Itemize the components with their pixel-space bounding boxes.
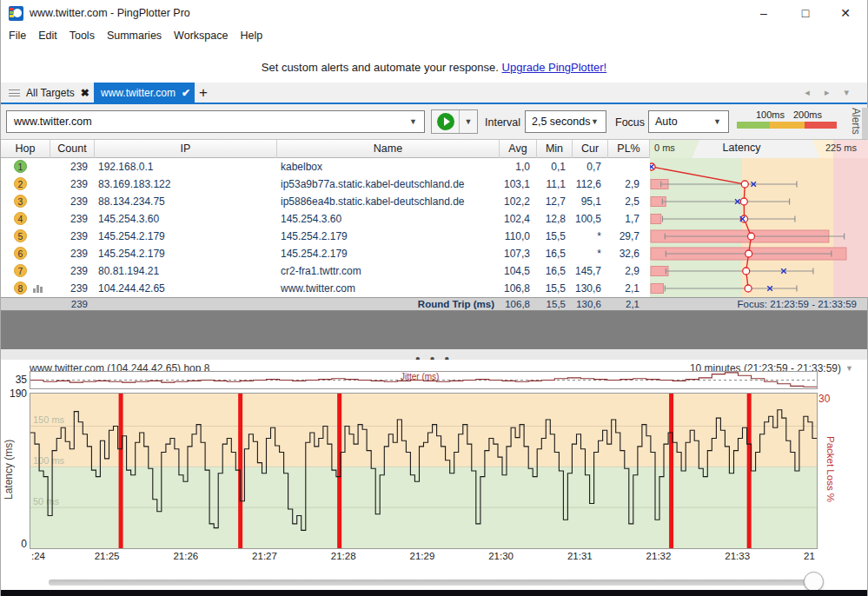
count-cell: 239 bbox=[50, 228, 88, 245]
col-header-name[interactable]: Name bbox=[277, 140, 500, 159]
upgrade-link[interactable]: Upgrade PingPlotter! bbox=[502, 61, 607, 74]
minimize-button[interactable]: – bbox=[744, 0, 784, 26]
menu-summaries[interactable]: Summaries bbox=[107, 30, 162, 42]
col-header-cur[interactable]: Cur bbox=[573, 140, 608, 159]
avg-cell: 1,0 bbox=[500, 158, 530, 175]
menu-tools[interactable]: Tools bbox=[70, 30, 95, 42]
hop-number-badge: 3 bbox=[14, 195, 27, 208]
pingplotter-window: www.twitter.com - PingPlotter Pro – □ ✕ … bbox=[0, 0, 868, 596]
x-axis-label: 21:30 bbox=[488, 551, 514, 561]
focus-value: Auto bbox=[655, 116, 678, 128]
col-header-ip[interactable]: IP bbox=[95, 140, 277, 159]
play-dropdown[interactable]: ▼ bbox=[460, 110, 477, 133]
footer-avg: 106,8 bbox=[500, 298, 530, 310]
name-cell: 145.254.2.179 bbox=[281, 228, 348, 245]
hop-number-badge: 2 bbox=[14, 177, 27, 190]
pl-cell: 1,7 bbox=[608, 210, 639, 228]
col-header-latency[interactable]: 0 ms Latency 225 ms bbox=[650, 140, 868, 159]
cur-cell: 100,5 bbox=[573, 210, 601, 228]
tab-list-icon[interactable] bbox=[9, 89, 20, 96]
tab-www-twitter-com[interactable]: www.twitter.com ✔ bbox=[94, 83, 195, 103]
timeline-scrollbar-track[interactable] bbox=[49, 579, 822, 586]
tab-all-targets[interactable]: All Targets ✖ bbox=[23, 83, 92, 103]
maximize-button[interactable]: □ bbox=[785, 0, 825, 26]
menu-file[interactable]: File bbox=[9, 30, 26, 42]
close-tab-icon[interactable]: ✖ bbox=[81, 87, 89, 99]
toolbar: www.twitter.com ▼ ▼ Interval 2,5 seconds… bbox=[1, 104, 867, 139]
footer-pl: 2,1 bbox=[608, 298, 639, 310]
col-header-avg[interactable]: Avg bbox=[500, 140, 537, 159]
min-cell: 15,5 bbox=[537, 228, 566, 245]
x-axis-label: 21 bbox=[804, 551, 815, 561]
cur-cell: 145,7 bbox=[573, 262, 601, 280]
name-cell: www.twitter.com bbox=[281, 280, 355, 297]
ip-cell: 83.169.183.122 bbox=[98, 175, 170, 193]
interval-select[interactable]: 2,5 seconds ▼ bbox=[525, 110, 606, 133]
y-axis-max: 190 bbox=[4, 387, 27, 400]
menu-workspace[interactable]: Workspace bbox=[174, 30, 228, 42]
svg-text:150 ms: 150 ms bbox=[33, 414, 65, 425]
tab-active-label: www.twitter.com bbox=[101, 87, 176, 99]
x-axis-label: 21:29 bbox=[410, 551, 435, 561]
footer-count: 239 bbox=[50, 298, 88, 310]
menu-help[interactable]: Help bbox=[240, 30, 262, 42]
splitter-panel[interactable] bbox=[1, 311, 867, 349]
x-axis-label: 21:27 bbox=[252, 551, 277, 561]
hop-number-badge: 1 bbox=[14, 160, 27, 173]
name-cell: ip5886ea4b.static.kabel-deutschland.de bbox=[281, 193, 465, 210]
pl-cell bbox=[608, 158, 639, 175]
col-header-pl[interactable]: PL% bbox=[608, 140, 650, 159]
name-cell: cr2-fra1.twttr.com bbox=[281, 262, 361, 280]
x-axis: :2421:2521:2621:2721:2821:2921:3021:3121… bbox=[30, 551, 818, 565]
tab-scroll-arrows[interactable]: ◂ ▸ ▾ bbox=[805, 87, 855, 98]
new-tab-button[interactable]: + bbox=[199, 84, 208, 102]
min-cell: 12,7 bbox=[537, 193, 566, 210]
ip-cell: 104.244.42.65 bbox=[98, 280, 165, 297]
x-axis-label: 21:28 bbox=[331, 551, 356, 561]
latency-timeline-chart[interactable]: 150 ms100 ms50 ms bbox=[30, 393, 818, 549]
count-cell: 239 bbox=[50, 175, 88, 193]
name-cell: kabelbox bbox=[281, 158, 322, 175]
timeline-range-dropdown-icon[interactable]: ▼ bbox=[845, 364, 853, 373]
col-header-hop[interactable]: Hop bbox=[1, 140, 50, 159]
tab-bar: All Targets ✖ www.twitter.com ✔ + ◂ ▸ ▾ bbox=[1, 83, 867, 104]
min-cell: 15,5 bbox=[537, 280, 566, 297]
splitter-handle[interactable]: ● ● ● bbox=[1, 349, 867, 360]
col-header-count[interactable]: Count bbox=[50, 140, 95, 159]
focus-select[interactable]: Auto ▼ bbox=[648, 110, 729, 133]
hop-number-badge: 6 bbox=[14, 247, 27, 260]
latency-scale-legend bbox=[737, 122, 837, 129]
hop-number-badge: 4 bbox=[14, 212, 27, 225]
target-value: www.twitter.com bbox=[14, 116, 92, 128]
count-cell: 239 bbox=[50, 280, 88, 297]
bottom-edge bbox=[1, 590, 867, 596]
count-cell: 239 bbox=[50, 158, 88, 175]
menu-edit[interactable]: Edit bbox=[38, 30, 57, 42]
legend-100ms-label: 100ms bbox=[756, 109, 785, 120]
x-axis-label: 21:33 bbox=[725, 551, 750, 561]
cur-cell: 0,7 bbox=[573, 158, 601, 175]
legend-green-segment bbox=[737, 122, 770, 129]
avg-cell: 107,3 bbox=[500, 245, 530, 262]
footer-label: Round Trip (ms) bbox=[277, 298, 494, 310]
count-cell: 239 bbox=[50, 245, 88, 262]
avg-cell: 102,2 bbox=[500, 193, 530, 210]
timeline-scrollbar-thumb[interactable] bbox=[804, 572, 824, 592]
min-cell: 0,1 bbox=[537, 158, 566, 175]
close-button[interactable]: ✕ bbox=[825, 0, 865, 26]
min-cell: 12,8 bbox=[537, 210, 566, 228]
target-dropdown-icon[interactable]: ▼ bbox=[409, 111, 417, 132]
avg-cell: 104,5 bbox=[500, 262, 530, 280]
svg-text:100 ms: 100 ms bbox=[33, 455, 65, 466]
y-axis-min: 0 bbox=[4, 538, 27, 550]
col-header-min[interactable]: Min bbox=[537, 140, 573, 159]
upgrade-banner: Set custom alerts and automate your resp… bbox=[1, 45, 867, 83]
name-cell: ip53a9b77a.static.kabel-deutschland.de bbox=[281, 175, 465, 193]
menu-bar: FileEditToolsSummariesWorkspaceHelp bbox=[1, 26, 867, 45]
interval-dropdown-icon: ▼ bbox=[591, 111, 599, 132]
cur-cell: 112,6 bbox=[573, 175, 601, 193]
play-button[interactable] bbox=[432, 110, 460, 133]
cur-cell: * bbox=[573, 228, 601, 245]
footer-cur: 130,6 bbox=[573, 298, 601, 310]
target-input[interactable]: www.twitter.com ▼ bbox=[6, 110, 425, 133]
